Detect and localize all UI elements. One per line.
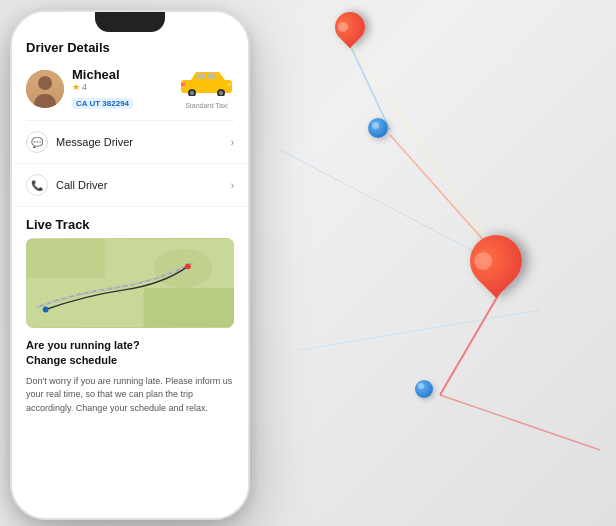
phone-notch (95, 12, 165, 32)
live-track-label: Live Track (12, 207, 248, 238)
svg-rect-15 (26, 239, 104, 278)
driver-name: Micheal (72, 67, 171, 82)
driver-avatar (26, 70, 64, 108)
message-driver-label: Message Driver (56, 136, 133, 148)
map-background (26, 238, 234, 328)
svg-rect-16 (144, 288, 234, 327)
message-btn-left: 💬 Message Driver (26, 131, 133, 153)
map-pin-blue-1 (368, 118, 388, 138)
live-track-map (26, 238, 234, 328)
map-pin-red-1 (335, 12, 365, 42)
svg-point-19 (43, 307, 49, 313)
car-type-label: Standard Taxi (179, 102, 234, 109)
message-chevron: › (231, 137, 234, 148)
message-icon: 💬 (26, 131, 48, 153)
schedule-title: Are you running late? Change schedule (26, 338, 234, 369)
call-driver-button[interactable]: 📞 Call Driver › (12, 164, 248, 207)
svg-line-6 (300, 310, 540, 350)
driver-rating: ★ 4 (72, 82, 171, 92)
driver-plate: CA UT 382294 (72, 98, 133, 109)
schedule-body-text: Don't worry if you are running late. Ple… (26, 375, 234, 416)
map-svg (26, 238, 234, 328)
svg-point-11 (219, 91, 223, 95)
map-pin-blue-2 (415, 380, 433, 398)
svg-point-10 (190, 91, 194, 95)
svg-line-5 (440, 395, 600, 450)
call-btn-left: 📞 Call Driver (26, 174, 107, 196)
avatar-body (34, 94, 56, 108)
phone-frame: Driver Details Micheal ★ 4 CA UT (10, 10, 250, 520)
call-driver-label: Call Driver (56, 179, 107, 191)
message-driver-button[interactable]: 💬 Message Driver › (12, 121, 248, 164)
avatar-head (38, 76, 52, 90)
star-icon: ★ (72, 82, 80, 92)
svg-rect-12 (227, 83, 231, 86)
svg-rect-13 (181, 83, 185, 86)
phone: Driver Details Micheal ★ 4 CA UT (10, 10, 250, 520)
phone-screen: Driver Details Micheal ★ 4 CA UT (12, 12, 248, 518)
car-container: Standard Taxi (179, 68, 234, 109)
car-icon (179, 68, 234, 96)
call-chevron: › (231, 180, 234, 191)
driver-card: Micheal ★ 4 CA UT 382294 (12, 61, 248, 120)
svg-point-18 (185, 263, 191, 269)
call-icon: 📞 (26, 174, 48, 196)
schedule-section: Are you running late? Change schedule Do… (12, 328, 248, 421)
map-pin-red-2 (470, 235, 522, 287)
driver-info: Micheal ★ 4 CA UT 382294 (72, 67, 171, 110)
driver-details-header: Driver Details (12, 32, 248, 61)
